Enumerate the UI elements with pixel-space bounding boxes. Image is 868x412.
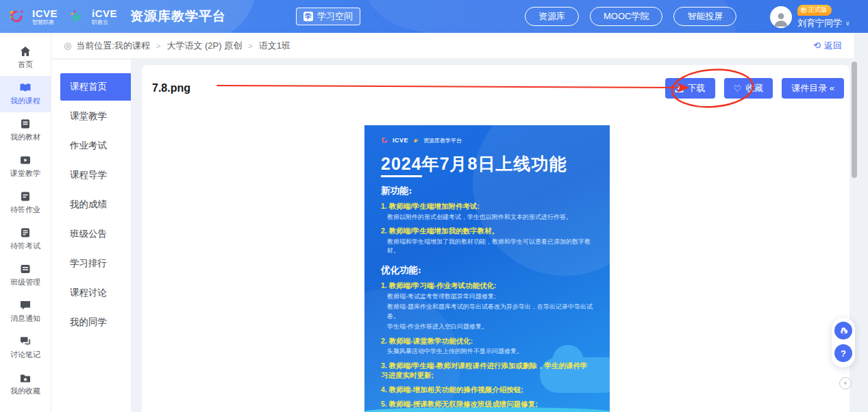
float-download-button[interactable]: [834, 322, 852, 339]
sidebar-item-6[interactable]: 班级管理: [0, 257, 51, 294]
learning-space-button[interactable]: 学 学习空间: [296, 8, 360, 25]
poster-image: ICVE 资源库教学平台 2024年7月8日上线功能 新功能:1. 教师端/学生…: [364, 125, 610, 412]
sidebar-item-label: 首页: [18, 60, 33, 70]
poster-item: 4. 教师端-增加相关功能的操作视频介绍按钮;: [381, 385, 593, 395]
user-menu[interactable]: 正式版 刘育宁同学 ∨: [770, 5, 850, 29]
poster-item: 2. 教师端-课堂教学功能优化:: [381, 336, 593, 346]
course-menu-item-4[interactable]: 我的成绩: [60, 191, 131, 218]
poster-title: 2024年7月8日上线功能: [381, 153, 593, 175]
sidebar-item-1[interactable]: 我的课程: [0, 76, 51, 112]
course-menu-item-5[interactable]: 班级公告: [60, 220, 131, 248]
poster-brand-right: 资源库教学平台: [423, 137, 462, 144]
poster-item-detail: 头脑风暴活动中学生上传的附件不显示问题修复。: [387, 347, 593, 357]
sidebar-item-8[interactable]: 讨论笔记: [0, 330, 51, 366]
course-menu-item-3[interactable]: 课程导学: [60, 162, 131, 189]
poster-logo-icon: [381, 136, 389, 144]
course-menu-item-7[interactable]: 课程讨论: [60, 279, 131, 307]
poster-item: 2. 教师端/学生端增加我的数字教材。: [381, 226, 593, 236]
chevron-down-icon: ∨: [845, 20, 850, 27]
sidebar-item-label: 我的收藏: [10, 386, 40, 396]
heart-icon: ♡: [734, 83, 742, 94]
version-badge-label: 正式版: [808, 5, 827, 14]
logo1-text: ICVE 智慧职教: [32, 8, 58, 25]
course-menu-item-8[interactable]: 我的同学: [60, 309, 131, 336]
catalog-button[interactable]: 课件目录 «: [782, 78, 844, 99]
scrollbar-thumb[interactable]: [852, 62, 857, 178]
poster-item: 1. 教师端/学生端增加附件考试:: [381, 201, 593, 211]
version-badge: 正式版: [797, 5, 832, 16]
learning-space-label: 学习空间: [317, 10, 353, 23]
sidebar-item-label: 讨论笔记: [10, 350, 40, 360]
class-icon: [19, 263, 32, 275]
back-button[interactable]: ⟲ 返回: [813, 40, 842, 52]
learning-space-icon: 学: [303, 12, 313, 21]
sidebar-item-label: 课堂教学: [10, 168, 40, 179]
float-help-button[interactable]: ?: [834, 344, 852, 362]
username: 刘育宁同学 ∨: [797, 17, 850, 29]
back-arrow-icon: ⟲: [813, 40, 821, 51]
username-text: 刘育宁同学: [797, 17, 842, 29]
sidebar-item-5[interactable]: 待答考试: [0, 221, 51, 257]
user-info: 正式版 刘育宁同学 ∨: [797, 5, 850, 29]
sidebar-item-7[interactable]: 消息通知: [0, 294, 51, 330]
favorite-button[interactable]: ♡ 收藏: [724, 78, 773, 99]
course-book-icon: [19, 81, 32, 94]
medal-icon: [801, 8, 806, 13]
poster-item-detail: 教师端和学生端增加了我的教材功能，教师和学生可以查看已添加的数字教材。: [387, 237, 593, 256]
favorites-icon: [19, 372, 32, 384]
breadcrumb-separator: >: [156, 42, 160, 50]
platform-title: 资源库教学平台: [130, 8, 226, 25]
content-card: 7.8.png 下载 ♡ 收藏 课件目录 «: [142, 65, 850, 412]
catalog-label: 课件目录 «: [791, 82, 834, 94]
exam-icon: [19, 227, 32, 239]
poster-item-detail: 学生端-作业作答进入空白问题修复。: [387, 322, 593, 332]
logo2-subtitle: 职教云: [92, 20, 117, 25]
breadcrumb-separator: >: [248, 42, 252, 50]
sidebar-item-label: 消息通知: [10, 313, 40, 324]
logo2-text: iCVE 职教云: [92, 8, 117, 25]
breadcrumb-course[interactable]: 大学语文 (2P) 原创: [166, 40, 242, 52]
location-icon: ◎: [64, 40, 71, 51]
avatar: [770, 6, 792, 28]
sidebar-item-label: 我的教材: [10, 132, 40, 142]
download-icon: [675, 84, 684, 93]
poster-logo2-icon: [412, 136, 420, 144]
poster-item: 3. 教师端/学生端-教师对课程课件进行添加或删除，学生的课件学习进度实时更新;: [381, 361, 593, 381]
content-header: 7.8.png 下载 ♡ 收藏 课件目录 «: [142, 65, 850, 99]
sidebar-item-0[interactable]: 首页: [0, 40, 51, 76]
poster-item: 5. 教师端-授课教师无权限修改班级成绩问题修复;: [381, 399, 593, 409]
file-title: 7.8.png: [152, 82, 190, 94]
poster-section-heading-1: 优化功能:: [381, 264, 593, 276]
course-menu-item-6[interactable]: 学习排行: [60, 250, 131, 277]
message-icon: [19, 299, 32, 311]
sidebar-item-label: 我的课程: [10, 96, 40, 106]
textbook-icon: [19, 118, 32, 130]
logo1-subtitle: 智慧职教: [32, 20, 58, 25]
download-button[interactable]: 下载: [665, 78, 715, 99]
poster-title-rest: 年7月8日上线功能: [422, 154, 567, 173]
favorite-label: 收藏: [745, 82, 763, 94]
float-close-button[interactable]: ×: [839, 377, 852, 389]
header-nav-button-1[interactable]: MOOC学院: [590, 7, 662, 26]
sidebar-item-4[interactable]: 待答作业: [0, 185, 51, 221]
poster-item-detail: 教师端-题库作业和题库考试的导出试卷改为异步导出，在导出记录中导出试卷。: [387, 302, 593, 321]
sidebar-item-2[interactable]: 我的教材: [0, 112, 51, 149]
back-label: 返回: [824, 40, 842, 52]
cloud-download-icon: [839, 326, 849, 336]
notes-icon: [19, 335, 32, 348]
poster-item: 1. 教师端/学习端-作业考试功能优化:: [381, 281, 593, 291]
sidebar-item-label: 班级管理: [10, 277, 40, 287]
header-nav-button-2[interactable]: 智能投屏: [673, 7, 736, 26]
breadcrumb: ◎ 当前位置:我的课程 > 大学语文 (2P) 原创 > 语文1班 ⟲ 返回: [51, 33, 854, 59]
logo1-title: ICVE: [32, 8, 58, 18]
sidebar-item-9[interactable]: 我的收藏: [0, 366, 51, 402]
course-menu-item-0[interactable]: 课程首页: [60, 73, 131, 101]
course-menu-item-2[interactable]: 作业考试: [60, 132, 131, 159]
header-nav-button-0[interactable]: 资源库: [525, 7, 579, 26]
sidebar-item-3[interactable]: 课堂教学: [0, 149, 51, 185]
poster-brand: ICVE 资源库教学平台: [381, 136, 593, 144]
course-menu-item-1[interactable]: 课堂教学: [60, 103, 131, 130]
poster-body: 新功能:1. 教师端/学生端增加附件考试:教师以附件的形式创建考试，学生也以附件…: [381, 185, 593, 412]
top-header: ICVE 智慧职教 iCVE 职教云 资源库教学平台 学 学习空间 资源库MOO…: [0, 0, 868, 33]
app-root: ICVE 智慧职教 iCVE 职教云 资源库教学平台 学 学习空间 资源库MOO…: [0, 0, 868, 412]
